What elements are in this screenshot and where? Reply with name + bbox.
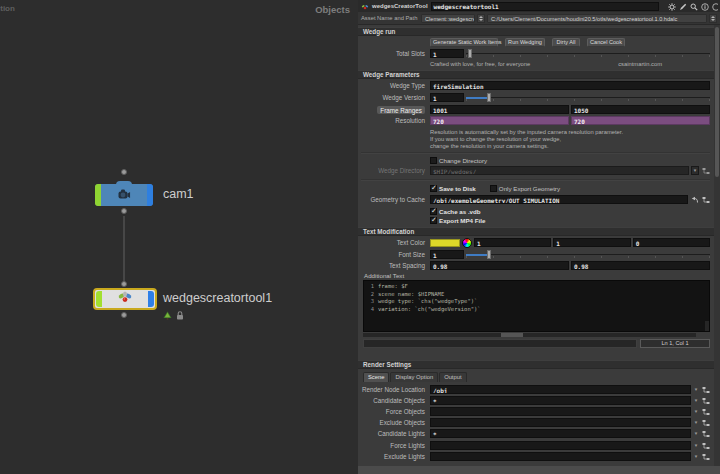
run-wedging-button[interactable]: Run Wedging [505,38,545,47]
total-slots-field[interactable]: 1 [430,49,464,58]
editor-horizontal-scrollbar[interactable] [363,333,710,337]
section-wedge-run[interactable]: Wedge run [358,27,714,36]
network-editor[interactable]: ition Objects cam1 [0,0,358,474]
total-slots-slider-handle[interactable] [468,49,472,58]
section-text-modification[interactable]: Text Modification [358,227,714,236]
wedge-directory-chooser-icon[interactable] [701,166,710,175]
node-name-input[interactable]: wedgescreatortool1 [431,2,659,11]
network-path-breadcrumb[interactable]: Objects [315,4,350,15]
save-to-disk-checkbox[interactable] [430,185,437,192]
cancel-cook-button[interactable]: Cancel Cook [587,38,625,47]
dropdown-caret-icon[interactable]: ▼ [693,398,699,403]
force-lights-field[interactable] [430,441,691,450]
wedge-directory-dropdown-arrow[interactable]: ▼ [691,166,699,175]
operator-chooser-icon[interactable] [701,407,710,416]
total-slots-slider[interactable] [466,49,710,58]
resolution-note-2: If you want to change the resolution of … [430,136,561,142]
wedge-version-row: Wedge Version 1 [361,93,710,102]
additional-text-editor[interactable]: 1frame: $F 2scene name: $HIPNAME 3wedge … [363,280,710,332]
change-directory-checkbox[interactable] [430,157,437,164]
asset-type-label[interactable]: wedgesCreatorTool [372,3,428,9]
text-color-swatch[interactable] [430,239,460,247]
resolution-x-field[interactable]: 720 [430,116,569,125]
cam1-output-connector[interactable] [121,208,127,214]
wedge-version-slider[interactable] [466,93,710,102]
hda-asset-icon [163,306,172,324]
hscroll-arrows[interactable] [696,333,710,337]
exclude-objects-row: Exclude Objects ▼ [361,418,710,427]
wedge-type-row: Wedge Type fireSimulation [361,81,710,90]
force-objects-row: Force Objects ▼ [361,407,710,416]
asset-path-dropdown[interactable]: C:/Users/Clement/Documents/houdini20.5/o… [487,14,707,23]
wedge-version-slider-handle[interactable] [487,93,491,102]
text-color-b-field[interactable]: 0 [633,238,710,247]
color-wheel-icon[interactable] [462,238,472,248]
wedgetool-right-flag[interactable] [148,291,154,307]
resolution-y-field[interactable]: 720 [571,116,710,125]
text-color-r-field[interactable]: 1 [474,238,551,247]
wedgetool-input-connector[interactable] [121,281,127,287]
candidate-lights-field[interactable]: * [430,429,691,438]
jump-to-operator-icon[interactable] [690,195,699,204]
dropdown-caret-icon[interactable]: ▼ [693,409,699,414]
cam1-right-flag[interactable] [147,184,153,206]
wedgetool-output-connector[interactable] [121,312,127,318]
parameter-scrollbar-thumb[interactable] [715,27,719,177]
dropdown-caret-icon[interactable]: ▼ [693,431,699,436]
asset-name-spinner[interactable] [477,14,485,23]
operator-chooser-icon[interactable] [701,441,710,450]
tab-scene[interactable]: Scene [363,372,389,382]
render-node-location-field[interactable]: /obj [430,385,691,394]
operator-chooser-icon[interactable] [701,452,710,461]
font-size-field[interactable]: 1 [430,250,464,259]
only-export-geometry-checkbox[interactable] [490,185,497,192]
text-spacing-y-field[interactable]: 0.98 [571,261,710,270]
operator-chooser-icon[interactable] [701,396,710,405]
wedge-type-field[interactable]: fireSimulation [430,81,710,90]
cam1-left-flag[interactable] [95,184,101,206]
exclude-lights-field[interactable] [430,452,691,461]
asset-name-dropdown[interactable]: Clement::wedgescreato... [421,14,475,23]
text-color-row: Text Color 1 1 0 [361,238,710,247]
exclude-objects-field[interactable] [430,418,691,427]
tab-display-option[interactable]: Display Option [390,372,438,382]
hscroll-thumb[interactable] [501,333,523,337]
frame-range-start-field[interactable]: 1001 [430,105,569,114]
operator-chooser-icon[interactable] [701,385,710,394]
code-line: 4variation: `ch("wedgeVersion")` [364,306,709,314]
node-cam1[interactable] [95,184,153,206]
font-size-slider[interactable] [466,250,710,259]
operator-chooser-icon[interactable] [701,195,710,204]
generate-static-work-items-button[interactable]: Generate Static Work Items [430,38,498,47]
export-mp4-checkbox[interactable] [430,217,437,224]
dirty-all-button[interactable]: Dirty All [552,38,580,47]
dropdown-caret-icon[interactable]: ▼ [693,420,699,425]
text-spacing-x-field[interactable]: 0.98 [430,261,569,270]
asset-path-spinner[interactable] [709,14,717,23]
tab-output[interactable]: Output [439,372,466,382]
section-render-settings[interactable]: Render Settings [358,360,714,369]
parameter-pane-scrollbar[interactable] [714,25,720,466]
operator-chooser-icon[interactable] [701,429,710,438]
node-wedgescreatortool1[interactable] [93,288,157,310]
dropdown-caret-icon[interactable]: ▼ [693,454,699,459]
dropdown-caret-icon[interactable]: ▼ [693,387,699,392]
cam1-input-connector[interactable] [121,169,127,175]
editor-status-field [363,339,637,348]
font-size-slider-handle[interactable] [487,250,491,259]
operator-chooser-icon[interactable] [701,418,710,427]
force-objects-field[interactable] [430,407,691,416]
section-wedge-parameters[interactable]: Wedge Parameters [358,70,714,79]
geometry-to-cache-field[interactable]: /obj/exempleGeometry/OUT_SIMULATION [430,195,688,204]
node-connection-wire[interactable] [123,216,125,284]
wedge-directory-field[interactable]: $HIP/wedges/ [430,166,689,175]
candidate-objects-field[interactable]: * [430,396,691,405]
text-color-g-field[interactable]: 1 [553,238,630,247]
only-export-geometry-label: Only Export Geometry [499,185,560,192]
cache-as-vdb-checkbox[interactable] [430,208,437,215]
wedgetool-left-flag[interactable] [96,291,102,307]
frame-range-end-field[interactable]: 1050 [571,105,710,114]
wedge-version-field[interactable]: 1 [430,93,464,102]
editor-vertical-scrollbar[interactable] [705,321,709,331]
dropdown-caret-icon[interactable]: ▼ [693,443,699,448]
